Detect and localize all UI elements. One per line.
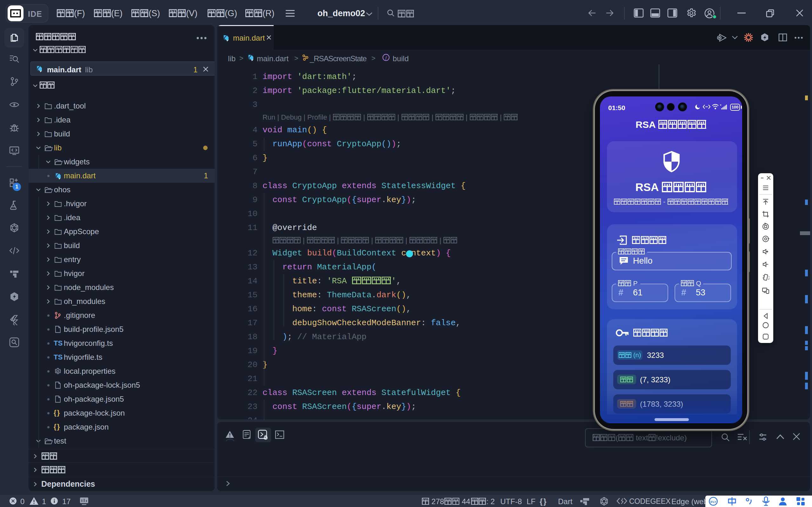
svg-text:iFLY: iFLY [710, 500, 716, 504]
svg-text:x: x [720, 103, 721, 106]
svg-text:f: f [385, 55, 387, 60]
